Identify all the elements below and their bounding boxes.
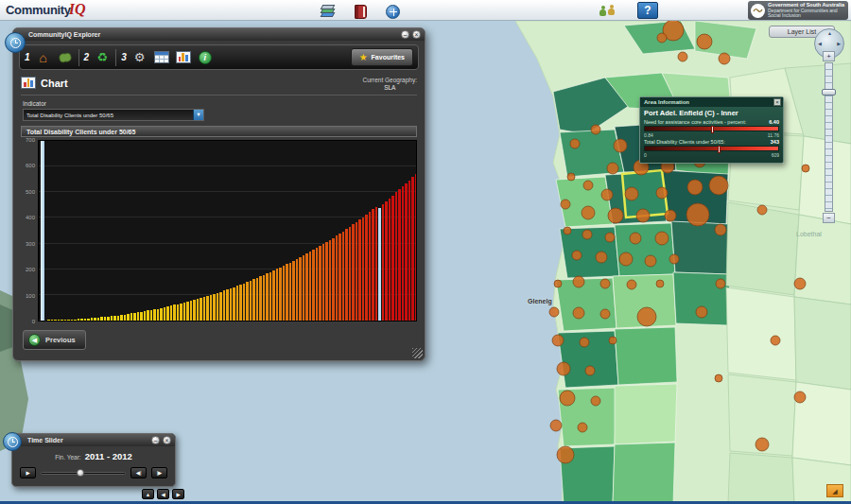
map-symbol[interactable]: [608, 208, 623, 223]
map-symbol[interactable]: [687, 180, 703, 195]
chart-bar[interactable]: [74, 320, 77, 321]
chart-bar[interactable]: [405, 183, 408, 321]
chart-bar[interactable]: [325, 242, 328, 321]
chart-bar[interactable]: [398, 189, 401, 321]
map-symbol[interactable]: [719, 53, 730, 64]
chart-bar[interactable]: [272, 270, 275, 321]
metric-marker[interactable]: [711, 126, 714, 133]
chart-bar[interactable]: [217, 293, 219, 321]
chart-bar[interactable]: [140, 312, 143, 321]
chart-bar[interactable]: [80, 319, 83, 321]
globe-tool-button[interactable]: [384, 3, 401, 20]
map-symbol[interactable]: [678, 52, 687, 61]
chart-bar[interactable]: [252, 279, 255, 321]
chart-bar[interactable]: [322, 244, 325, 321]
map-symbol[interactable]: [627, 280, 636, 289]
chart-bar[interactable]: [299, 257, 302, 321]
metric-slider[interactable]: [644, 126, 779, 131]
map-symbol[interactable]: [757, 205, 767, 215]
chart-bar[interactable]: [117, 316, 120, 321]
chart-bar[interactable]: [186, 302, 189, 321]
chart-bar[interactable]: [183, 303, 186, 321]
map-symbol[interactable]: [554, 280, 562, 287]
chart-bar[interactable]: [332, 238, 335, 321]
close-button[interactable]: ×: [412, 30, 421, 39]
map-symbol[interactable]: [715, 224, 726, 235]
map-symbol[interactable]: [567, 173, 575, 181]
previous-button[interactable]: ◀ Previous: [23, 330, 86, 350]
chart-bar[interactable]: [250, 281, 252, 321]
book-tool-button[interactable]: [352, 3, 369, 20]
chart-bar[interactable]: [157, 309, 160, 321]
map-symbol[interactable]: [802, 165, 809, 172]
chart-bar[interactable]: [91, 318, 94, 321]
map-symbol[interactable]: [665, 210, 676, 221]
map-symbol[interactable]: [656, 187, 668, 199]
chart-bar[interactable]: [226, 289, 229, 321]
close-button[interactable]: ×: [163, 436, 171, 444]
map-symbol[interactable]: [605, 233, 615, 242]
chart-bar[interactable]: [54, 320, 57, 321]
chart-bar[interactable]: [389, 199, 391, 321]
chart-bar[interactable]: [408, 181, 411, 321]
map-symbol[interactable]: [557, 446, 574, 463]
chart-bar[interactable]: [309, 252, 312, 321]
chart-bar[interactable]: [319, 246, 321, 321]
pan-up-icon[interactable]: ▲: [827, 30, 832, 36]
chart-bar[interactable]: [391, 196, 394, 321]
zoom-thumb[interactable]: [822, 89, 836, 96]
map-symbol[interactable]: [582, 230, 592, 239]
chart-bar[interactable]: [329, 240, 332, 321]
chart-bar[interactable]: [180, 304, 182, 321]
map-symbol[interactable]: [656, 280, 664, 287]
chart-bar[interactable]: [120, 315, 123, 321]
chart-bar[interactable]: [104, 317, 107, 321]
minimize-button[interactable]: –: [151, 436, 160, 444]
time-slider-track[interactable]: [41, 467, 126, 478]
chevron-down-icon[interactable]: ▼: [193, 110, 203, 120]
overview-map-button[interactable]: ◢: [826, 484, 843, 497]
zoom-out-button[interactable]: −: [823, 213, 835, 223]
map-symbol[interactable]: [573, 276, 584, 287]
chart-bar[interactable]: [133, 313, 136, 321]
map-symbol[interactable]: [607, 163, 618, 174]
pan-left-icon[interactable]: ◀: [818, 41, 822, 46]
play-button[interactable]: ▶: [20, 467, 36, 478]
pan-right-icon[interactable]: ▶: [837, 41, 841, 46]
chart-bar[interactable]: [292, 261, 295, 321]
metric-marker[interactable]: [718, 146, 721, 153]
chart-bar[interactable]: [349, 227, 352, 321]
map-symbol[interactable]: [655, 232, 669, 245]
chart-bar[interactable]: [342, 232, 345, 321]
chart-bar[interactable]: [345, 229, 348, 321]
time-slider-badge-icon[interactable]: [3, 432, 22, 451]
map-symbol[interactable]: [669, 254, 679, 264]
chart-bar[interactable]: [113, 316, 116, 321]
map-symbol[interactable]: [549, 307, 559, 317]
map-symbol[interactable]: [686, 203, 709, 226]
users-tool-button[interactable]: [598, 3, 618, 18]
chart-bar[interactable]: [150, 310, 153, 321]
chart-bar[interactable]: [230, 288, 233, 321]
explorer-titlebar[interactable]: CommunityIQ Explorer – ×: [13, 28, 425, 41]
map-symbol[interactable]: [614, 139, 627, 152]
chart-view-button[interactable]: [175, 49, 192, 66]
chart-bar[interactable]: [87, 319, 90, 321]
chart-bar[interactable]: [203, 297, 206, 321]
map-symbol[interactable]: [560, 391, 575, 406]
chart-bar[interactable]: [362, 217, 365, 321]
chart-bar[interactable]: [385, 201, 388, 321]
map-symbol[interactable]: [572, 251, 582, 260]
chart-bar[interactable]: [269, 272, 272, 321]
map-symbol[interactable]: [771, 336, 780, 345]
help-button[interactable]: ?: [637, 2, 658, 19]
chart-bar[interactable]: [369, 212, 372, 321]
chart-bar[interactable]: [127, 314, 130, 321]
chart-bar[interactable]: [160, 308, 163, 321]
chart-bar[interactable]: [144, 311, 147, 321]
chart-bar[interactable]: [223, 290, 226, 321]
map-symbol[interactable]: [570, 139, 580, 148]
chart-bar[interactable]: [219, 292, 222, 321]
chart-bar[interactable]: [130, 313, 133, 321]
page-left-button[interactable]: ◀: [157, 489, 169, 499]
